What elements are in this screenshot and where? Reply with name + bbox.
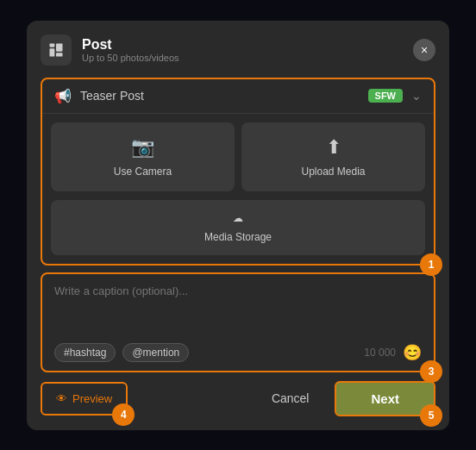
badge-1: 1 xyxy=(420,253,442,276)
preview-label: Preview xyxy=(72,392,112,405)
modal-title: Post xyxy=(82,37,403,53)
use-camera-button[interactable]: 📷 Use Camera xyxy=(51,122,235,191)
sfw-badge: SFW xyxy=(368,89,403,103)
emoji-button[interactable]: 😊 xyxy=(403,343,422,362)
storage-label: Media Storage xyxy=(204,231,272,243)
teaser-row[interactable]: 📢 Teaser Post SFW ⌄ xyxy=(42,79,434,114)
title-group: Post Up to 50 photos/videos xyxy=(82,37,403,63)
close-button[interactable]: × xyxy=(413,39,435,61)
modal-subtitle: Up to 50 photos/videos xyxy=(82,53,403,63)
caption-footer: #hashtag @mention 10 000 😊 xyxy=(42,338,434,371)
megaphone-icon: 📢 xyxy=(54,88,72,104)
media-storage-button[interactable]: ☁ Media Storage xyxy=(51,200,425,255)
upload-icon: ⬆ xyxy=(326,136,341,159)
badge-4: 4 xyxy=(112,403,135,426)
badge-5: 5 xyxy=(420,404,442,427)
caption-section: #hashtag @mention 10 000 😊 3 xyxy=(41,272,435,372)
post-icon xyxy=(41,34,72,66)
camera-label: Use Camera xyxy=(114,166,172,178)
svg-rect-0 xyxy=(50,43,55,47)
preview-button[interactable]: 👁 Preview 4 xyxy=(41,382,128,416)
chevron-down-icon[interactable]: ⌄ xyxy=(411,89,422,103)
upload-label: Upload Media xyxy=(301,166,365,178)
teaser-label: Teaser Post xyxy=(80,89,360,103)
camera-icon: 📷 xyxy=(131,136,154,159)
next-label: Next xyxy=(371,391,399,406)
hashtag-button[interactable]: #hashtag xyxy=(54,343,116,362)
char-count: 10 000 xyxy=(364,347,396,359)
caption-input[interactable] xyxy=(42,274,434,334)
cancel-button[interactable]: Cancel xyxy=(254,383,327,414)
cloud-icon: ☁ xyxy=(233,212,243,224)
mention-button[interactable]: @mention xyxy=(122,343,189,362)
eye-icon: 👁 xyxy=(56,392,67,405)
upload-media-button[interactable]: ⬆ Upload Media xyxy=(241,122,425,191)
svg-rect-3 xyxy=(56,53,63,56)
media-storage-row: ☁ Media Storage xyxy=(42,200,434,264)
svg-rect-1 xyxy=(50,48,55,56)
media-buttons-grid: 📷 Use Camera ⬆ Upload Media xyxy=(42,114,434,200)
bottom-row: 👁 Preview 4 Cancel Next 5 xyxy=(41,381,435,416)
post-modal: Post Up to 50 photos/videos × 📢 Teaser P… xyxy=(27,21,449,430)
modal-header: Post Up to 50 photos/videos × xyxy=(41,34,435,66)
badge-3: 3 xyxy=(420,360,442,383)
svg-rect-2 xyxy=(56,43,63,51)
media-section: 📢 Teaser Post SFW ⌄ 📷 Use Camera ⬆ Uploa… xyxy=(41,78,435,266)
next-button[interactable]: Next 5 xyxy=(335,381,435,416)
